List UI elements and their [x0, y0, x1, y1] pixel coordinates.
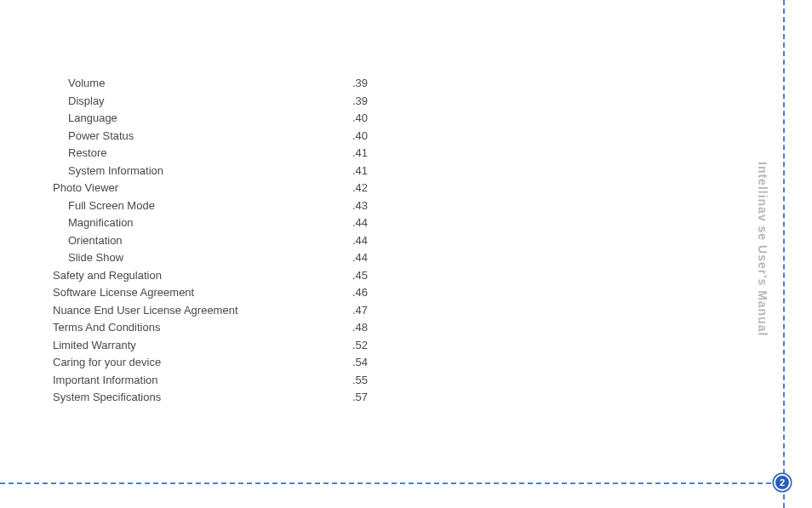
toc-entry: Important Information.55 [53, 372, 368, 390]
toc-entry: Orientation.44 [53, 232, 368, 250]
toc-entry-page: .43 [352, 197, 368, 215]
toc-entry-label: Volume [68, 75, 105, 93]
toc-entry: Power Status.40 [53, 128, 368, 146]
toc-entry-page: .55 [352, 372, 368, 390]
toc-entry-label: Restore [68, 145, 107, 163]
toc-entry-page: .41 [352, 145, 368, 163]
side-title: Intellinav se User's Manual [756, 162, 769, 336]
toc-entry: System Information.41 [53, 163, 368, 180]
toc-entry-label: Full Screen Mode [68, 197, 155, 215]
toc-entry-page: .52 [352, 337, 368, 355]
toc-entry-label: Caring for your device [53, 354, 161, 372]
toc-entry-page: .44 [352, 232, 368, 250]
toc-entry-page: .39 [352, 93, 368, 111]
toc-entry-page: .45 [352, 267, 368, 285]
toc-entry: Restore.41 [53, 145, 368, 163]
toc-entry-label: Photo Viewer [53, 180, 118, 197]
toc-entry: Safety and Regulation.45 [53, 267, 368, 285]
toc-entry-label: Power Status [68, 128, 134, 146]
toc-entry-page: .39 [352, 75, 368, 93]
toc-entry-page: .46 [352, 284, 368, 302]
toc-entry-label: Limited Warranty [53, 337, 136, 355]
toc-entry: Software License Agreement.46 [53, 284, 368, 302]
toc-entry-label: Nuance End User License Agreement [53, 302, 238, 320]
toc-entry: Limited Warranty.52 [53, 337, 368, 355]
toc-entry: Nuance End User License Agreement.47 [53, 302, 368, 320]
toc-entry-page: .40 [352, 110, 368, 128]
toc-container: Volume.39Display.39Language.40Power Stat… [53, 75, 368, 407]
toc-entry-label: Magnification [68, 214, 134, 232]
toc-entry-label: System Information [68, 163, 163, 180]
decor-vertical-dash [783, 0, 785, 508]
toc-entry-page: .47 [352, 302, 368, 320]
toc-entry-label: Safety and Regulation [53, 267, 162, 285]
toc-entry-page: .54 [352, 354, 368, 372]
toc-entry: Terms And Conditions.48 [53, 319, 368, 337]
toc-entry-label: Important Information [53, 372, 158, 390]
toc-entry-label: System Specifications [53, 389, 161, 407]
toc-entry: System Specifications.57 [53, 389, 368, 407]
toc-entry-page: .41 [352, 163, 368, 180]
toc-entry-page: .48 [352, 319, 368, 337]
toc-entry: Slide Show.44 [53, 249, 368, 267]
toc-entry-page: .40 [352, 128, 368, 146]
toc-entry: Caring for your device.54 [53, 354, 368, 372]
toc-entry: Volume.39 [53, 75, 368, 93]
toc-entry: Full Screen Mode.43 [53, 197, 368, 215]
toc-entry: Language.40 [53, 110, 368, 128]
toc-entry: Magnification.44 [53, 214, 368, 232]
toc-entry-label: Orientation [68, 232, 123, 250]
decor-horizontal-dash [0, 482, 771, 484]
toc-entry-label: Terms And Conditions [53, 319, 160, 337]
toc-entry-page: .44 [352, 214, 368, 232]
toc-entry-page: .57 [352, 389, 368, 407]
toc-entry-label: Language [68, 110, 117, 128]
toc-entry: Display.39 [53, 93, 368, 111]
toc-entry-label: Software License Agreement [53, 284, 194, 302]
toc-entry-page: .42 [352, 180, 368, 197]
toc-entry-label: Display [68, 93, 105, 111]
page-number-badge: 2 [774, 474, 791, 491]
toc-entry-label: Slide Show [68, 249, 123, 267]
toc-entry-page: .44 [352, 249, 368, 267]
toc-entry: Photo Viewer.42 [53, 180, 368, 197]
